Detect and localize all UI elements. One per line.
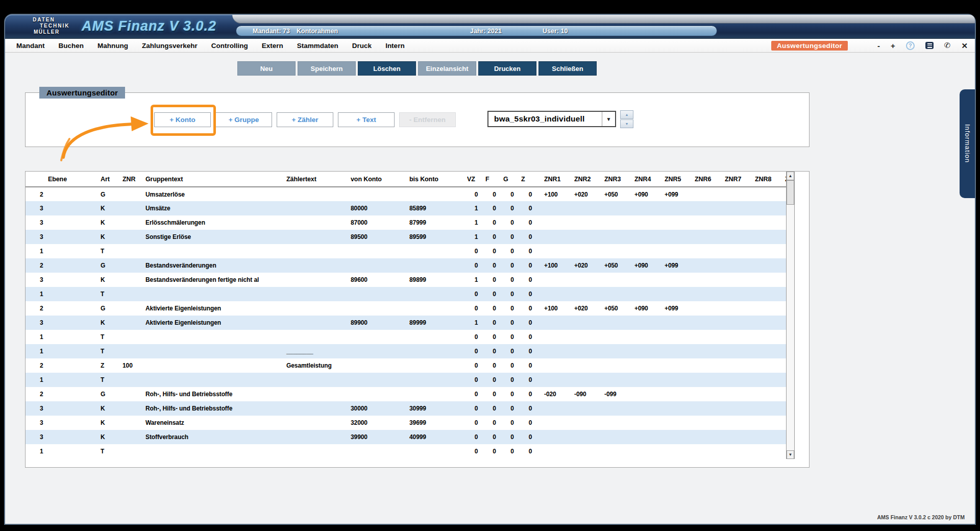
- journal-icon[interactable]: [925, 42, 934, 49]
- add-gruppe-button[interactable]: + Gruppe: [215, 112, 272, 127]
- cell-zählertext: [283, 244, 347, 258]
- cell-zählertext: [283, 287, 347, 301]
- minimize-icon[interactable]: -: [877, 42, 880, 50]
- cell-f: 0: [485, 201, 503, 215]
- schließen-button[interactable]: Schließen: [538, 61, 597, 76]
- help-icon[interactable]: ?: [906, 41, 915, 50]
- cell-znr4: [630, 373, 660, 387]
- cell-z: 0: [521, 230, 540, 244]
- cell-znr6: [690, 230, 720, 244]
- table-row[interactable]: 2Z100Gesamtleistung0000: [26, 358, 786, 373]
- neu-button[interactable]: Neu: [237, 61, 296, 76]
- table-row[interactable]: 2GRoh-, Hilfs- und Betriebsstoffe0000-02…: [26, 387, 786, 401]
- cell-znr8: [750, 430, 780, 444]
- cell-znr3: [600, 273, 630, 287]
- menu-item-druck[interactable]: Druck: [352, 42, 372, 50]
- cell-znr7: [720, 387, 750, 401]
- cell-znr9: [780, 230, 786, 244]
- scrollbar-thumb[interactable]: [787, 180, 794, 205]
- cell-bis-konto: 30999: [406, 401, 467, 416]
- table-row[interactable]: 1T0000: [26, 244, 786, 258]
- cell-znr8: [750, 244, 780, 258]
- menu-item-zahlungsverkehr[interactable]: Zahlungsverkehr: [142, 42, 198, 50]
- cell-znr9: [780, 358, 786, 373]
- menu-item-buchen[interactable]: Buchen: [59, 42, 84, 50]
- cell-f: 0: [485, 273, 503, 287]
- cell-gruppentext: [143, 344, 283, 358]
- cell-znr5: [660, 416, 690, 430]
- cell-znr3: [600, 215, 630, 230]
- cell-z: 0: [521, 201, 540, 215]
- spinner-up-button[interactable]: ▲: [620, 110, 633, 119]
- table-row[interactable]: 1T________0000: [26, 344, 786, 358]
- menu-item-intern[interactable]: Intern: [385, 42, 405, 50]
- table-row[interactable]: 3KBestandsveränderungen fertige nicht al…: [26, 273, 786, 287]
- status-jahr-: Jahr: 2021: [470, 28, 502, 35]
- table-row[interactable]: 1T0000: [26, 287, 786, 301]
- maximize-icon[interactable]: +: [891, 42, 895, 50]
- dropdown-arrow-icon[interactable]: ▼: [602, 112, 615, 126]
- speichern-button[interactable]: Speichern: [298, 61, 356, 76]
- close-icon[interactable]: ✕: [961, 42, 968, 50]
- cell-vz: 0: [467, 401, 485, 416]
- spinner-down-button[interactable]: ▼: [620, 119, 633, 128]
- table-row[interactable]: 2GUmsatzerlöse0000+100+020+050+090+099: [26, 187, 786, 201]
- column-header-z: Z: [521, 172, 540, 187]
- cell-znr1: [540, 273, 570, 287]
- column-header-vz: VZ: [467, 172, 485, 187]
- toolbar: NeuSpeichernLöschenEinzelansichtDruckenS…: [237, 61, 597, 76]
- table-row[interactable]: 3KErlösschmälerungen87000879991000: [26, 215, 786, 230]
- cell-gruppentext: Aktivierte Eigenleistungen: [143, 316, 283, 330]
- cell-znr8: [750, 416, 780, 430]
- cell-znr1: [540, 358, 570, 373]
- cell-art: K: [94, 215, 117, 230]
- cell-bis-konto: [406, 444, 467, 458]
- cell-art: K: [94, 416, 117, 430]
- add-text-button[interactable]: + Text: [338, 112, 395, 127]
- cell-f: 0: [485, 430, 503, 444]
- cell-znr1: [540, 344, 570, 358]
- cell-f: 0: [485, 416, 503, 430]
- menu-item-controlling[interactable]: Controlling: [211, 42, 248, 50]
- cell-ebene: 1: [26, 244, 94, 258]
- table-row[interactable]: 3KWareneinsatz32000396990000: [26, 416, 786, 430]
- table-row[interactable]: 3KAktivierte Eigenleistungen899008999910…: [26, 316, 786, 330]
- cell-znr: [117, 444, 143, 458]
- cell-znr8: [750, 387, 780, 401]
- table-row[interactable]: 2GBestandsveränderungen0000+100+020+050+…: [26, 258, 786, 273]
- table-row[interactable]: 1T0000: [26, 373, 786, 387]
- grid-header-row: EbeneArtZNRGruppentextZählertextvon Kont…: [26, 172, 786, 187]
- column-header-znr5: ZNR5: [660, 172, 690, 187]
- einzelansicht-button[interactable]: Einzelansicht: [418, 61, 476, 76]
- cell-znr2: [570, 444, 600, 458]
- table-row[interactable]: 3KSonstige Erlöse89500895991000: [26, 230, 786, 244]
- cell-znr3: [600, 230, 630, 244]
- grid-panel: EbeneArtZNRGruppentextZählertextvon Kont…: [25, 171, 810, 468]
- table-row[interactable]: 1T0000: [26, 330, 786, 344]
- scroll-up-icon[interactable]: ▲: [787, 172, 794, 180]
- report-select[interactable]: bwa_5skr03_individuell ▼: [487, 111, 616, 127]
- table-row[interactable]: 3KRoh-, Hilfs- und Betriebsstoffe3000030…: [26, 401, 786, 416]
- löschen-button[interactable]: Löschen: [358, 61, 416, 76]
- cell-zählertext: Gesamtleistung: [283, 358, 347, 373]
- menu-item-stammdaten[interactable]: Stammdaten: [297, 42, 338, 50]
- drucken-button[interactable]: Drucken: [478, 61, 536, 76]
- table-row[interactable]: 1T0000: [26, 444, 786, 458]
- report-spinner: ▲ ▼: [620, 110, 633, 128]
- cell-znr7: [720, 401, 750, 416]
- menu-item-mandant[interactable]: Mandant: [16, 42, 45, 50]
- logo-line: TECHNIK: [33, 23, 69, 29]
- cell-znr5: [660, 387, 690, 401]
- add-zähler-button[interactable]: + Zähler: [277, 112, 333, 127]
- menu-item-extern[interactable]: Extern: [262, 42, 283, 50]
- table-row[interactable]: 3KUmsätze80000858991000: [26, 201, 786, 215]
- information-tab[interactable]: Information: [960, 89, 975, 198]
- menu-item-mahnung[interactable]: Mahnung: [97, 42, 128, 50]
- table-row[interactable]: 3KStoffverbrauch39900409990000: [26, 430, 786, 444]
- cell-vz: 0: [467, 244, 485, 258]
- vertical-scrollbar[interactable]: ▲ ▼: [786, 172, 795, 459]
- scroll-down-icon[interactable]: ▼: [787, 450, 794, 459]
- phone-icon[interactable]: ✆: [944, 42, 951, 50]
- cell-znr5: [660, 373, 690, 387]
- table-row[interactable]: 2GAktivierte Eigenleistungen0000+100+020…: [26, 301, 786, 316]
